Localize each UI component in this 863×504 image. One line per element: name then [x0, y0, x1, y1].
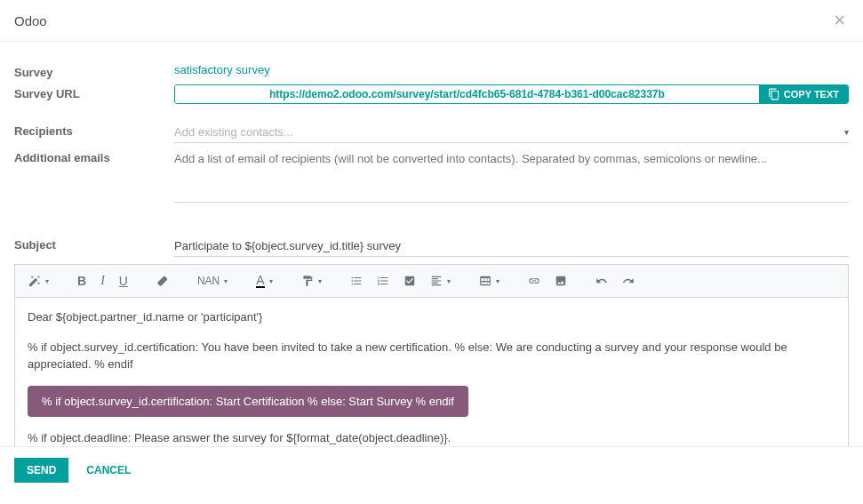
- redo-icon: [622, 275, 635, 287]
- caret-icon: ▾: [224, 277, 228, 285]
- eraser-icon: [156, 275, 169, 287]
- image-icon: [555, 275, 567, 287]
- align-icon: [430, 275, 443, 287]
- table-icon: [479, 275, 491, 287]
- font-color-dropdown[interactable]: A ▾: [250, 270, 278, 292]
- magic-icon: [28, 275, 41, 287]
- paint-icon: [301, 275, 314, 287]
- caret-icon: ▾: [318, 277, 322, 285]
- ol-icon: [377, 275, 389, 287]
- row-subject: Subject: [14, 236, 849, 257]
- body-action-button[interactable]: % if object.survey_id.certification: Sta…: [28, 386, 468, 418]
- copy-icon: [768, 88, 780, 100]
- modal-body: Survey satisfactory survey Survey URL ht…: [0, 42, 863, 446]
- undo-icon: [595, 275, 608, 287]
- row-survey-url: Survey URL https://demo2.odoo.com/survey…: [14, 84, 849, 104]
- additional-emails-input[interactable]: [174, 148, 849, 203]
- unordered-list-button[interactable]: [344, 271, 369, 291]
- modal-header: Odoo ×: [0, 0, 863, 42]
- recipients-dropdown-icon[interactable]: ▾: [844, 127, 849, 137]
- body-greeting: Dear ${object.partner_id.name or 'partic…: [28, 308, 835, 326]
- ordered-list-button[interactable]: [371, 271, 396, 291]
- ul-icon: [350, 275, 363, 287]
- recipients-input[interactable]: [174, 122, 849, 143]
- survey-link[interactable]: satisfactory survey: [174, 63, 270, 76]
- modal-footer: SEND CANCEL: [0, 446, 863, 493]
- row-survey: Survey satisfactory survey: [14, 63, 849, 79]
- close-button[interactable]: ×: [830, 11, 849, 30]
- link-button[interactable]: [522, 271, 547, 291]
- recipients-label: Recipients: [14, 122, 174, 138]
- clear-format-button[interactable]: [150, 271, 175, 291]
- highlight-dropdown[interactable]: ▾: [295, 271, 328, 291]
- caret-icon: ▾: [269, 277, 273, 285]
- body-deadline: % if object.deadline: Please answer the …: [28, 429, 835, 446]
- rich-text-editor: ▾ B I U NAN ▾ A ▾: [14, 264, 849, 446]
- check-icon: [404, 275, 416, 287]
- font-family-dropdown[interactable]: NAN ▾: [191, 271, 234, 291]
- modal-title: Odoo: [14, 13, 47, 28]
- caret-icon: ▾: [496, 277, 499, 285]
- copy-text-label: COPY TEXT: [784, 89, 839, 100]
- italic-button[interactable]: I: [94, 270, 111, 292]
- editor-content[interactable]: Dear ${object.partner_id.name or 'partic…: [15, 298, 848, 446]
- copy-text-button[interactable]: COPY TEXT: [759, 85, 848, 103]
- bold-button[interactable]: B: [71, 270, 92, 292]
- cancel-button[interactable]: CANCEL: [74, 458, 143, 483]
- row-additional-emails: Additional emails: [14, 148, 849, 205]
- editor-toolbar: ▾ B I U NAN ▾ A ▾: [15, 265, 848, 298]
- redo-button[interactable]: [616, 271, 641, 291]
- caret-icon: ▾: [447, 277, 451, 285]
- underline-button[interactable]: U: [113, 270, 134, 292]
- additional-emails-label: Additional emails: [14, 148, 174, 164]
- align-dropdown[interactable]: ▾: [424, 271, 457, 291]
- font-name-label: NAN: [197, 275, 220, 287]
- modal-body-scroll[interactable]: Survey satisfactory survey Survey URL ht…: [0, 42, 863, 446]
- survey-url-label: Survey URL: [14, 84, 174, 100]
- undo-button[interactable]: [589, 271, 614, 291]
- row-recipients: Recipients ▾: [14, 122, 849, 143]
- survey-url-value: https://demo2.odoo.com/survey/start/cd4f…: [175, 85, 759, 103]
- table-dropdown[interactable]: ▾: [473, 271, 506, 291]
- link-icon: [528, 275, 540, 287]
- style-dropdown[interactable]: ▾: [22, 271, 55, 291]
- survey-label: Survey: [14, 63, 174, 79]
- send-button[interactable]: SEND: [14, 458, 68, 483]
- caret-icon: ▾: [45, 277, 49, 285]
- subject-input[interactable]: [174, 236, 849, 257]
- body-conditional-intro: % if object.survey_id.certification: You…: [28, 339, 835, 373]
- subject-label: Subject: [14, 236, 174, 252]
- checklist-button[interactable]: [397, 271, 422, 291]
- image-button[interactable]: [548, 271, 573, 291]
- survey-url-group: https://demo2.odoo.com/survey/start/cd4f…: [174, 84, 849, 104]
